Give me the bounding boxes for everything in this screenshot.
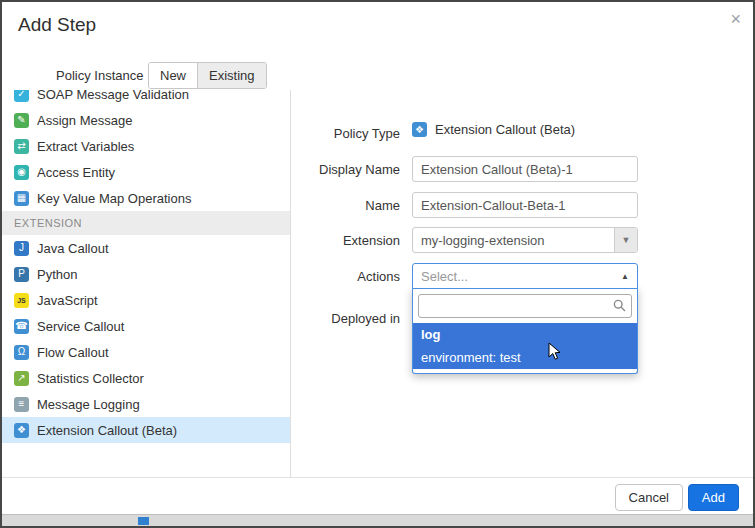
python-icon: P <box>14 267 29 282</box>
policy-item-label: Message Logging <box>37 397 140 412</box>
footer-divider <box>2 477 753 478</box>
policy-item-key-value-map-operations[interactable]: ▦ Key Value Map Operations <box>2 185 290 211</box>
policy-type-label: Policy Type <box>300 126 400 141</box>
name-input[interactable] <box>412 192 638 218</box>
actions-search <box>418 294 632 318</box>
policy-item-label: Assign Message <box>37 113 132 128</box>
key-value-map-icon: ▦ <box>14 191 29 206</box>
extension-select[interactable]: my-logging-extension ▼ <box>412 227 638 253</box>
policy-item-extension-callout-beta[interactable]: ❖ Extension Callout (Beta) <box>2 417 290 443</box>
display-name-label: Display Name <box>300 162 400 177</box>
policy-item-label: Extension Callout (Beta) <box>37 423 177 438</box>
policy-item-label: SOAP Message Validation <box>37 90 189 102</box>
policy-instance-toggle: New Existing <box>148 62 267 89</box>
policy-type-value-row: ❖ Extension Callout (Beta) <box>412 122 575 137</box>
policy-item-assign-message[interactable]: ✎ Assign Message <box>2 107 290 133</box>
deployed-in-label: Deployed in <box>300 311 400 326</box>
policy-instance-label: Policy Instance <box>56 68 143 83</box>
toggle-new[interactable]: New <box>149 63 197 88</box>
extension-label: Extension <box>300 233 400 248</box>
javascript-icon: JS <box>14 293 29 308</box>
chevron-up-icon: ▲ <box>621 272 637 281</box>
policy-type-value: Extension Callout (Beta) <box>435 122 575 137</box>
actions-select-placeholder: Select... <box>413 269 621 284</box>
policy-item-label: Service Callout <box>37 319 124 334</box>
extension-callout-icon: ❖ <box>14 423 29 438</box>
actions-dropdown-panel: log environment: test <box>412 288 638 374</box>
policy-item-label: Flow Callout <box>37 345 109 360</box>
display-name-input[interactable] <box>412 156 638 182</box>
message-logging-icon: ≡ <box>14 397 29 412</box>
policy-item-label: Java Callout <box>37 241 109 256</box>
toggle-existing[interactable]: Existing <box>197 63 266 88</box>
add-button[interactable]: Add <box>688 484 739 511</box>
chevron-down-icon[interactable]: ▼ <box>614 228 637 252</box>
service-callout-icon: ☎ <box>14 319 29 334</box>
cancel-button[interactable]: Cancel <box>615 484 683 511</box>
policy-item-statistics-collector[interactable]: ↗ Statistics Collector <box>2 365 290 391</box>
actions-label: Actions <box>300 269 400 284</box>
policy-item-label: Python <box>37 267 77 282</box>
policy-item-message-logging[interactable]: ≡ Message Logging <box>2 391 290 417</box>
access-entity-icon: ◉ <box>14 165 29 180</box>
policy-item-label: Statistics Collector <box>37 371 144 386</box>
policy-item-java-callout[interactable]: J Java Callout <box>2 235 290 261</box>
flow-callout-icon: Ω <box>14 345 29 360</box>
policy-item-label: JavaScript <box>37 293 98 308</box>
assign-message-icon: ✎ <box>14 113 29 128</box>
modal-title: Add Step <box>18 14 96 36</box>
extract-variables-icon: ⇄ <box>14 139 29 154</box>
name-label: Name <box>300 198 400 213</box>
policy-list: ✓ SOAP Message Validation ✎ Assign Messa… <box>2 90 290 454</box>
policy-item-label: Key Value Map Operations <box>37 191 191 206</box>
java-callout-icon: J <box>14 241 29 256</box>
close-icon[interactable]: × <box>730 10 741 28</box>
policy-item-label: Extract Variables <box>37 139 134 154</box>
policy-item-service-callout[interactable]: ☎ Service Callout <box>2 313 290 339</box>
background-page-strip <box>2 514 753 526</box>
policy-item-label: Access Entity <box>37 165 115 180</box>
actions-option-log[interactable]: log <box>413 323 637 346</box>
add-step-modal: Add Step × Policy Instance New Existing … <box>0 0 755 528</box>
policy-type-icon: ❖ <box>412 122 427 137</box>
extension-select-value: my-logging-extension <box>413 233 614 248</box>
policy-item-javascript[interactable]: JS JavaScript <box>2 287 290 313</box>
policy-item-flow-callout[interactable]: Ω Flow Callout <box>2 339 290 365</box>
actions-option-environment-test[interactable]: environment: test <box>413 346 637 369</box>
policy-item-python[interactable]: P Python <box>2 261 290 287</box>
actions-select[interactable]: Select... ▲ <box>412 263 638 289</box>
actions-search-input[interactable] <box>418 294 632 318</box>
panel-divider <box>290 90 291 477</box>
policy-item-access-entity[interactable]: ◉ Access Entity <box>2 159 290 185</box>
policy-item-soap-message-validation[interactable]: ✓ SOAP Message Validation <box>2 90 290 107</box>
search-icon <box>613 299 626 312</box>
background-page-icon <box>138 517 149 525</box>
extension-section-header: EXTENSION <box>2 211 290 235</box>
statistics-collector-icon: ↗ <box>14 371 29 386</box>
policy-item-extract-variables[interactable]: ⇄ Extract Variables <box>2 133 290 159</box>
soap-message-validation-icon: ✓ <box>14 90 29 102</box>
